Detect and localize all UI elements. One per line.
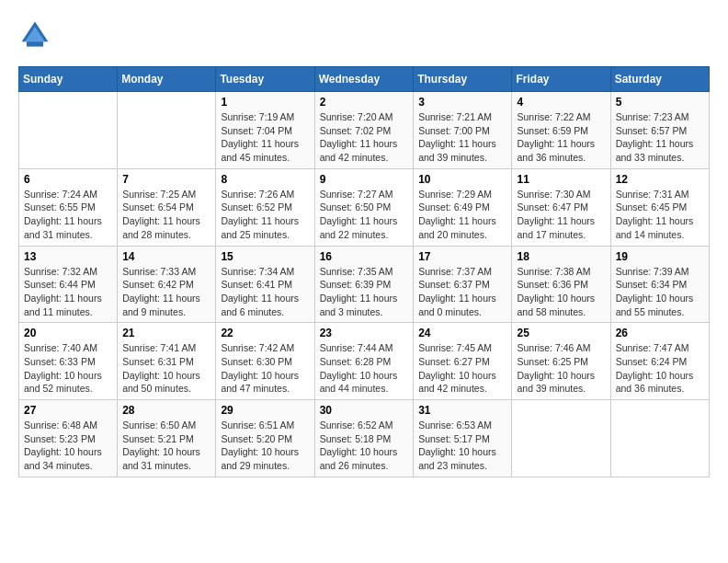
sunrise-text: Sunrise: 7:32 AM (24, 266, 97, 277)
day-number: 17 (418, 250, 506, 263)
daylight-text: Daylight: 11 hours and 45 minutes. (221, 138, 299, 163)
sunset-text: Sunset: 6:52 PM (221, 201, 292, 213)
daylight-text: Daylight: 10 hours and 58 minutes. (517, 293, 595, 317)
calendar-cell: 30 Sunrise: 6:52 AM Sunset: 5:18 PM Dayl… (314, 400, 414, 477)
daylight-text: Daylight: 11 hours and 17 minutes. (517, 215, 595, 240)
calendar-week-row: 27 Sunrise: 6:48 AM Sunset: 5:23 PM Dayl… (19, 400, 710, 477)
daylight-text: Daylight: 10 hours and 44 minutes. (320, 370, 398, 395)
day-info: Sunrise: 7:35 AM Sunset: 6:39 PM Dayligh… (320, 265, 409, 319)
sunrise-text: Sunrise: 7:20 AM (320, 111, 393, 122)
sunrise-text: Sunrise: 7:33 AM (122, 266, 196, 277)
calendar-week-row: 20 Sunrise: 7:40 AM Sunset: 6:33 PM Dayl… (19, 323, 710, 400)
day-info: Sunrise: 6:52 AM Sunset: 5:18 PM Dayligh… (320, 419, 409, 473)
day-number: 19 (616, 250, 704, 263)
sunset-text: Sunset: 6:24 PM (616, 356, 688, 367)
daylight-text: Daylight: 10 hours and 42 minutes. (418, 370, 496, 395)
day-info: Sunrise: 7:40 AM Sunset: 6:33 PM Dayligh… (24, 341, 112, 396)
calendar-day-header: Thursday (414, 67, 512, 92)
day-info: Sunrise: 7:39 AM Sunset: 6:34 PM Dayligh… (616, 265, 704, 319)
sunset-text: Sunset: 6:55 PM (24, 201, 96, 213)
daylight-text: Daylight: 10 hours and 23 minutes. (418, 446, 496, 471)
sunrise-text: Sunrise: 7:19 AM (221, 111, 294, 122)
day-number: 3 (418, 96, 506, 109)
day-number: 9 (320, 173, 409, 186)
sunset-text: Sunset: 5:17 PM (418, 433, 490, 444)
day-info: Sunrise: 7:21 AM Sunset: 7:00 PM Dayligh… (418, 110, 506, 165)
daylight-text: Daylight: 10 hours and 52 minutes. (24, 370, 102, 395)
daylight-text: Daylight: 10 hours and 47 minutes. (221, 370, 299, 395)
sunset-text: Sunset: 6:37 PM (418, 279, 490, 290)
daylight-text: Daylight: 11 hours and 9 minutes. (122, 293, 200, 317)
sunrise-text: Sunrise: 7:30 AM (517, 189, 590, 200)
calendar-cell: 14 Sunrise: 7:33 AM Sunset: 6:42 PM Dayl… (118, 246, 216, 323)
day-number: 11 (517, 173, 605, 186)
sunset-text: Sunset: 6:25 PM (517, 356, 588, 367)
daylight-text: Daylight: 10 hours and 36 minutes. (616, 370, 694, 395)
calendar-day-header: Sunday (19, 67, 118, 92)
sunset-text: Sunset: 5:23 PM (24, 433, 96, 444)
sunset-text: Sunset: 6:50 PM (320, 201, 392, 213)
sunrise-text: Sunrise: 7:46 AM (517, 342, 590, 353)
sunset-text: Sunset: 5:18 PM (320, 433, 392, 444)
calendar-cell (610, 400, 709, 477)
day-info: Sunrise: 7:32 AM Sunset: 6:44 PM Dayligh… (24, 265, 112, 319)
calendar-cell: 6 Sunrise: 7:24 AM Sunset: 6:55 PM Dayli… (19, 168, 118, 246)
day-info: Sunrise: 7:41 AM Sunset: 6:31 PM Dayligh… (122, 341, 210, 396)
day-number: 21 (122, 327, 210, 339)
calendar-cell: 10 Sunrise: 7:29 AM Sunset: 6:49 PM Dayl… (414, 168, 512, 246)
calendar-day-header: Monday (118, 67, 216, 92)
sunset-text: Sunset: 6:49 PM (418, 201, 490, 213)
day-info: Sunrise: 7:47 AM Sunset: 6:24 PM Dayligh… (616, 341, 704, 396)
calendar-cell: 7 Sunrise: 7:25 AM Sunset: 6:54 PM Dayli… (118, 168, 216, 246)
svg-rect-2 (27, 41, 43, 46)
sunrise-text: Sunrise: 6:52 AM (320, 419, 393, 431)
daylight-text: Daylight: 10 hours and 31 minutes. (122, 446, 200, 471)
day-number: 27 (24, 404, 112, 417)
day-info: Sunrise: 7:25 AM Sunset: 6:54 PM Dayligh… (122, 188, 210, 242)
daylight-text: Daylight: 11 hours and 39 minutes. (418, 138, 496, 163)
sunrise-text: Sunrise: 7:41 AM (122, 342, 196, 353)
day-number: 7 (122, 173, 210, 186)
calendar-cell: 11 Sunrise: 7:30 AM Sunset: 6:47 PM Dayl… (512, 168, 610, 246)
calendar-cell: 19 Sunrise: 7:39 AM Sunset: 6:34 PM Dayl… (610, 246, 709, 323)
sunrise-text: Sunrise: 7:26 AM (221, 189, 294, 200)
daylight-text: Daylight: 11 hours and 31 minutes. (24, 215, 102, 240)
sunset-text: Sunset: 5:21 PM (122, 433, 194, 444)
sunrise-text: Sunrise: 7:21 AM (418, 111, 492, 122)
sunrise-text: Sunrise: 7:45 AM (418, 342, 492, 353)
calendar-cell: 8 Sunrise: 7:26 AM Sunset: 6:52 PM Dayli… (216, 168, 314, 246)
sunrise-text: Sunrise: 7:23 AM (616, 111, 689, 122)
calendar-cell: 28 Sunrise: 6:50 AM Sunset: 5:21 PM Dayl… (118, 400, 216, 477)
day-info: Sunrise: 7:46 AM Sunset: 6:25 PM Dayligh… (517, 341, 605, 396)
logo-icon (18, 18, 51, 52)
day-number: 22 (221, 327, 309, 339)
sunrise-text: Sunrise: 7:34 AM (221, 266, 294, 277)
calendar-cell: 3 Sunrise: 7:21 AM Sunset: 7:00 PM Dayli… (414, 92, 512, 169)
day-info: Sunrise: 7:24 AM Sunset: 6:55 PM Dayligh… (24, 188, 112, 242)
day-number: 30 (320, 404, 409, 417)
daylight-text: Daylight: 10 hours and 26 minutes. (320, 446, 398, 471)
sunrise-text: Sunrise: 6:48 AM (24, 419, 97, 431)
day-number: 18 (517, 250, 605, 263)
sunrise-text: Sunrise: 7:25 AM (122, 189, 196, 200)
day-number: 25 (517, 327, 605, 339)
day-info: Sunrise: 7:30 AM Sunset: 6:47 PM Dayligh… (517, 188, 605, 242)
calendar-cell: 16 Sunrise: 7:35 AM Sunset: 6:39 PM Dayl… (314, 246, 414, 323)
calendar-cell: 2 Sunrise: 7:20 AM Sunset: 7:02 PM Dayli… (314, 92, 414, 169)
sunrise-text: Sunrise: 6:51 AM (221, 419, 294, 431)
calendar-cell: 23 Sunrise: 7:44 AM Sunset: 6:28 PM Dayl… (314, 323, 414, 400)
calendar-day-header: Friday (512, 67, 610, 92)
calendar-cell: 20 Sunrise: 7:40 AM Sunset: 6:33 PM Dayl… (19, 323, 118, 400)
sunset-text: Sunset: 6:28 PM (320, 356, 392, 367)
day-number: 26 (616, 327, 704, 339)
calendar-cell: 29 Sunrise: 6:51 AM Sunset: 5:20 PM Dayl… (216, 400, 314, 477)
day-number: 2 (320, 96, 409, 109)
calendar-cell: 27 Sunrise: 6:48 AM Sunset: 5:23 PM Dayl… (19, 400, 118, 477)
calendar-table: SundayMondayTuesdayWednesdayThursdayFrid… (18, 66, 710, 477)
day-number: 16 (320, 250, 409, 263)
sunrise-text: Sunrise: 7:39 AM (616, 266, 689, 277)
day-number: 6 (24, 173, 112, 186)
calendar-header-row: SundayMondayTuesdayWednesdayThursdayFrid… (19, 67, 710, 92)
sunrise-text: Sunrise: 7:22 AM (517, 111, 590, 122)
day-info: Sunrise: 6:51 AM Sunset: 5:20 PM Dayligh… (221, 419, 309, 473)
